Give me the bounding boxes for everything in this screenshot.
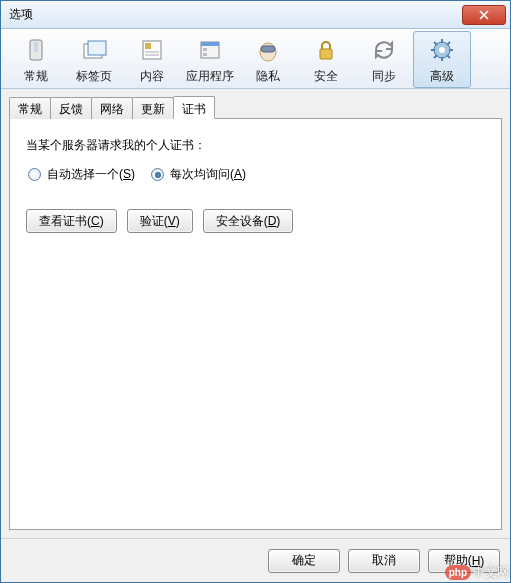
toolbar: 常规 标签页 内容 应用程序 隐私 安全 同步 高级	[1, 29, 510, 89]
button-label: 取消	[372, 552, 396, 569]
tab-label: 证书	[182, 102, 206, 116]
sync-icon	[368, 34, 400, 66]
lock-icon	[310, 34, 342, 66]
toolbar-label: 隐私	[256, 68, 280, 85]
toolbar-label: 应用程序	[186, 68, 234, 85]
svg-line-24	[434, 55, 437, 58]
svg-line-22	[447, 55, 450, 58]
tab-row: 常规 反馈 网络 更新 证书	[9, 97, 502, 119]
options-window: 选项 常规 标签页 内容 应用程序 隐私 安全	[0, 0, 511, 583]
radio-ask-every-time[interactable]: 每次均询问(A)	[151, 166, 246, 183]
toolbar-item-privacy[interactable]: 隐私	[239, 31, 297, 88]
toolbar-item-general[interactable]: 常规	[7, 31, 65, 88]
cancel-button[interactable]: 取消	[348, 549, 420, 573]
close-icon	[479, 10, 489, 20]
tabs-icon	[78, 34, 110, 66]
toolbar-label: 高级	[430, 68, 454, 85]
toolbar-label: 常规	[24, 68, 48, 85]
dialog-footer: 确定 取消 帮助(H)	[1, 538, 510, 582]
tab-general[interactable]: 常规	[9, 97, 51, 119]
tab-label: 常规	[18, 102, 42, 116]
tab-label: 反馈	[59, 102, 83, 116]
tab-network[interactable]: 网络	[91, 97, 133, 119]
svg-line-21	[434, 42, 437, 45]
toolbar-label: 安全	[314, 68, 338, 85]
svg-point-16	[439, 47, 445, 53]
tab-label: 更新	[141, 102, 165, 116]
svg-line-23	[447, 42, 450, 45]
button-label: 确定	[292, 552, 316, 569]
tab-panel-certificates: 当某个服务器请求我的个人证书： 自动选择一个(S) 每次均询问(A) 查看证书(…	[9, 118, 502, 530]
toolbar-label: 同步	[372, 68, 396, 85]
general-icon	[20, 34, 52, 66]
ok-button[interactable]: 确定	[268, 549, 340, 573]
content-icon	[136, 34, 168, 66]
content-area: 常规 反馈 网络 更新 证书 当某个服务器请求我的个人证书： 自动选择一个(S)…	[1, 89, 510, 538]
help-button[interactable]: 帮助(H)	[428, 549, 500, 573]
radio-group-cert-request: 自动选择一个(S) 每次均询问(A)	[28, 166, 485, 183]
applications-icon	[194, 34, 226, 66]
toolbar-item-tabs[interactable]: 标签页	[65, 31, 123, 88]
svg-rect-10	[203, 48, 207, 51]
section-label: 当某个服务器请求我的个人证书：	[26, 137, 485, 154]
svg-rect-9	[201, 42, 219, 46]
privacy-icon	[252, 34, 284, 66]
toolbar-label: 内容	[140, 68, 164, 85]
tab-certificates[interactable]: 证书	[173, 96, 215, 119]
svg-rect-13	[261, 46, 275, 52]
svg-rect-1	[34, 42, 38, 52]
svg-rect-3	[88, 41, 106, 55]
tab-label: 网络	[100, 102, 124, 116]
toolbar-label: 标签页	[76, 68, 112, 85]
close-button[interactable]	[462, 5, 506, 25]
toolbar-item-security[interactable]: 安全	[297, 31, 355, 88]
toolbar-item-sync[interactable]: 同步	[355, 31, 413, 88]
tab-update[interactable]: 更新	[132, 97, 174, 119]
toolbar-item-applications[interactable]: 应用程序	[181, 31, 239, 88]
toolbar-item-advanced[interactable]: 高级	[413, 31, 471, 88]
radio-icon	[28, 168, 41, 181]
gear-icon	[426, 34, 458, 66]
radio-label: 每次均询问(A)	[170, 166, 246, 183]
svg-rect-5	[145, 43, 151, 49]
cert-buttons: 查看证书(C) 验证(V) 安全设备(D)	[26, 209, 485, 233]
radio-auto-select[interactable]: 自动选择一个(S)	[28, 166, 135, 183]
verify-button[interactable]: 验证(V)	[127, 209, 193, 233]
svg-rect-14	[320, 49, 332, 59]
view-certificates-button[interactable]: 查看证书(C)	[26, 209, 117, 233]
security-devices-button[interactable]: 安全设备(D)	[203, 209, 294, 233]
titlebar: 选项	[1, 1, 510, 29]
toolbar-item-content[interactable]: 内容	[123, 31, 181, 88]
window-title: 选项	[9, 6, 33, 23]
radio-label: 自动选择一个(S)	[47, 166, 135, 183]
radio-icon	[151, 168, 164, 181]
tab-feedback[interactable]: 反馈	[50, 97, 92, 119]
svg-rect-11	[203, 53, 207, 56]
